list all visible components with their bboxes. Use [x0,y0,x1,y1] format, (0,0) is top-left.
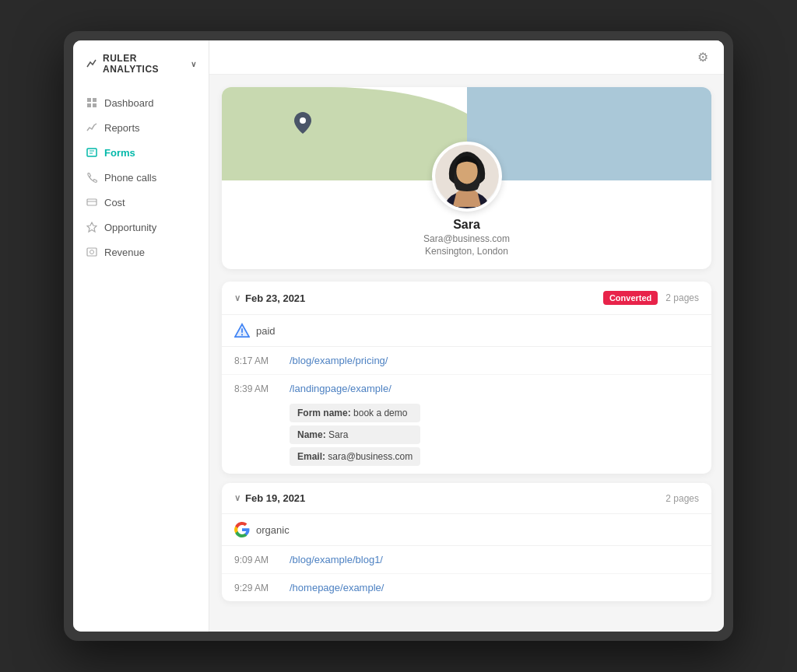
svg-rect-2 [87,103,91,107]
brand-name: RULER ANALYTICS [103,53,186,75]
session-time-2-2: 9:29 AM [234,582,277,593]
sidebar-item-dashboard-label: Dashboard [104,97,154,109]
session-date-2: ∨ Feb 19, 2021 [234,492,305,504]
brand-chevron: ∨ [191,60,197,68]
session-source-2-label: organic [256,524,290,536]
svg-rect-10 [87,248,97,256]
form-name-field-value: Sara [328,429,348,440]
reports-icon [86,121,98,134]
svg-marker-9 [87,222,97,232]
form-email-label: Email: [297,451,325,462]
sidebar-item-cost-label: Cost [104,197,125,208]
sidebar-item-reports-label: Reports [104,122,140,134]
form-name-value: book a demo [353,408,407,418]
sidebar-nav: Dashboard Reports Forms [73,90,209,264]
location-pin-icon [292,110,314,140]
google-ads-icon [234,323,250,338]
app-window: RULER ANALYTICS ∨ Dashboard Reports [73,40,724,632]
phone-icon [86,171,98,184]
svg-rect-1 [93,98,97,102]
form-email-value: sara@business.com [328,451,413,462]
session-date-2-label: Feb 19, 2021 [245,492,305,504]
sidebar-item-revenue-label: Revenue [104,247,145,258]
avatar-svg [435,142,499,208]
session-meta-1: Converted 2 pages [603,291,699,305]
session-time-2-1: 9:09 AM [234,554,277,565]
session-url-1-2[interactable]: /landingpage/example/ [290,383,391,394]
svg-rect-3 [93,103,97,107]
form-detail-person: Name: Sara [290,425,420,444]
session-url-1-1[interactable]: /blog/example/pricing/ [290,355,388,366]
sidebar-item-phone-label: Phone calls [104,172,156,184]
svg-rect-0 [87,98,91,102]
svg-point-12 [300,117,306,124]
session-row-2-1: 9:09 AM /blog/example/blog1/ [222,546,711,574]
session-date-1-label: Feb 23, 2021 [245,292,305,304]
main-header: ⚙ [209,40,724,75]
session-chevron-2[interactable]: ∨ [234,493,241,503]
form-details: Form name: book a demo Name: Sara Email:… [234,404,420,466]
session-source-1-label: paid [256,325,276,337]
form-name-field-label: Name: [297,429,326,440]
sidebar-item-opportunity[interactable]: Opportunity [73,215,209,240]
sidebar-item-dashboard[interactable]: Dashboard [73,90,209,115]
svg-rect-4 [87,149,97,156]
forms-icon [86,146,98,159]
cost-icon [86,196,98,208]
profile-location: Kensington, London [425,246,508,257]
sidebar-item-reports[interactable]: Reports [73,115,209,140]
ruler-logo-icon [86,58,98,70]
sidebar-logo[interactable]: RULER ANALYTICS ∨ [73,53,209,90]
converted-badge: Converted [603,291,658,305]
session-time-1-1: 8:17 AM [234,355,277,366]
profile-card: Sara Sara@business.com Kensington, Londo… [222,87,711,269]
sidebar-item-forms-label: Forms [104,147,135,159]
session-time-1-2: 8:39 AM [234,383,277,394]
svg-point-20 [241,334,243,335]
session-row-1-1: 8:17 AM /blog/example/pricing/ [222,347,711,375]
avatar [432,142,502,212]
session-source-2: organic [222,514,711,546]
session-header-1: ∨ Feb 23, 2021 Converted 2 pages [222,282,711,315]
sidebar-item-revenue[interactable]: Revenue [73,240,209,264]
sessions-area: ∨ Feb 23, 2021 Converted 2 pages [222,282,711,601]
profile-email: Sara@business.com [423,233,510,244]
session-source-1: paid [222,315,711,347]
profile-name: Sara [453,218,480,232]
form-detail-email: Email: sara@business.com [290,447,420,466]
session-pages-1: 2 pages [665,292,699,303]
opportunity-icon [86,221,98,233]
svg-rect-7 [87,199,97,205]
sidebar-item-opportunity-label: Opportunity [104,222,156,233]
form-detail-name: Form name: book a demo [290,404,420,422]
session-card-1: ∨ Feb 23, 2021 Converted 2 pages [222,282,711,474]
session-date-1: ∨ Feb 23, 2021 [234,292,305,304]
session-url-2-1[interactable]: /blog/example/blog1/ [290,554,383,565]
profile-avatar-wrap: Sara Sara@business.com Kensington, Londo… [222,142,711,269]
revenue-icon [86,246,98,258]
session-url-2-2[interactable]: /homepage/example/ [290,582,384,593]
app-container: RULER ANALYTICS ∨ Dashboard Reports [64,31,733,641]
session-pages-2: 2 pages [665,493,699,504]
sidebar-item-phone[interactable]: Phone calls [73,165,209,190]
google-icon [234,522,250,537]
session-row-1-2: 8:39 AM /landingpage/example/ Form name:… [222,375,711,474]
sidebar: RULER ANALYTICS ∨ Dashboard Reports [73,40,209,632]
session-header-2: ∨ Feb 19, 2021 2 pages [222,483,711,514]
session-chevron-1[interactable]: ∨ [234,293,241,303]
sidebar-item-cost[interactable]: Cost [73,190,209,215]
settings-icon[interactable]: ⚙ [697,50,708,65]
svg-point-11 [90,250,94,254]
session-row-2-2: 9:29 AM /homepage/example/ [222,574,711,601]
sidebar-item-forms[interactable]: Forms [73,140,209,165]
session-meta-2: 2 pages [665,493,699,504]
form-name-label: Form name: [297,408,351,418]
main-content: ⚙ [209,40,724,632]
session-card-2: ∨ Feb 19, 2021 2 pages [222,483,711,601]
dashboard-icon [86,96,98,109]
